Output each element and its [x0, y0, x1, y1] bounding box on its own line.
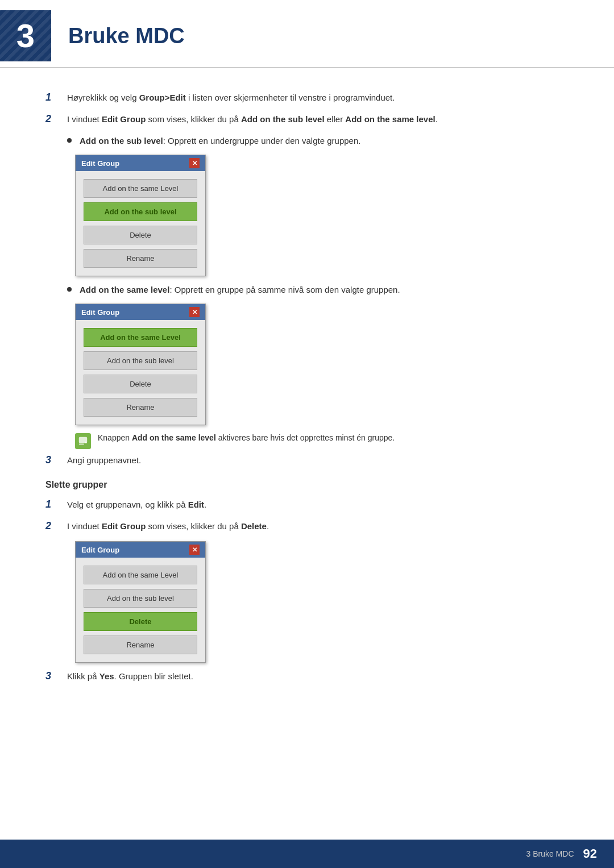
chapter-number-box: 3 [0, 10, 51, 61]
note-text-before: Knappen [98, 433, 132, 442]
edit-group-dialog-2: Edit Group ✕ Add on the same Level Add o… [75, 304, 206, 425]
dialog-1-btn-rename[interactable]: Rename [84, 249, 197, 268]
dialog-1-btn-sub-level[interactable]: Add on the sub level [84, 202, 197, 221]
dialog-3-title: Edit Group [81, 546, 119, 554]
bullet-same-content: Add on the same level: Opprett en gruppe… [80, 283, 569, 297]
step-3-number: 3 [45, 454, 67, 466]
step-4-1: 1 Velg et gruppenavn, og klikk på Edit. [45, 498, 569, 512]
bullet-sub-bold: Add on the sub level [80, 136, 163, 146]
dialog-3-close-button[interactable]: ✕ [189, 545, 200, 555]
step-4-1-number: 1 [45, 498, 67, 510]
step-4-2-number: 2 [45, 520, 67, 532]
dialog-3-btn-rename[interactable]: Rename [84, 636, 197, 654]
dialog-2-title: Edit Group [81, 308, 119, 317]
step-2-text-end: . [435, 114, 438, 124]
step-4-2-content: I vinduet Edit Group som vises, klikker … [67, 520, 569, 533]
dialog-3-btn-same-level[interactable]: Add on the same Level [84, 566, 197, 584]
dialog-3-btn-delete[interactable]: Delete [84, 612, 197, 631]
step-4-3-content: Klikk på Yes. Gruppen blir slettet. [67, 670, 569, 683]
step-3: 3 Angi gruppenavnet. [45, 454, 569, 467]
step-2-bold3: Add on the same level [345, 114, 435, 124]
step-4-1-content: Velg et gruppenavn, og klikk på Edit. [67, 498, 569, 512]
step-4-1-bold: Edit [188, 500, 204, 509]
step-4-3: 3 Klikk på Yes. Gruppen blir slettet. [45, 670, 569, 683]
step-1-number: 1 [45, 91, 67, 103]
step-4-3-number: 3 [45, 670, 67, 682]
step-4-2-bold2: Delete [241, 521, 267, 531]
dialog-2-btn-sub-level[interactable]: Add on the sub level [84, 351, 197, 370]
edit-group-dialog-1: Edit Group ✕ Add on the same Level Add o… [75, 155, 206, 276]
bullet-sub-text: : Opprett en undergruppe under den valgt… [163, 136, 361, 146]
note-bold: Add on the same level [132, 433, 216, 442]
dialog-3-btn-sub-level[interactable]: Add on the sub level [84, 589, 197, 608]
step-2-content: I vinduet Edit Group som vises, klikker … [67, 113, 569, 126]
step-2-text-before: I vinduet [67, 114, 102, 124]
step-2-bold1: Edit Group [102, 114, 146, 124]
note-icon [75, 433, 91, 449]
bullet-sub: Add on the sub level: Opprett en undergr… [67, 134, 569, 148]
svg-rect-1 [79, 444, 84, 445]
dialog-2-body: Add on the same Level Add on the sub lev… [76, 320, 205, 425]
note-row: Knappen Add on the same level aktiveres … [75, 432, 569, 449]
step-3-text: Angi gruppenavnet. [67, 455, 141, 465]
dialog-2-titlebar: Edit Group ✕ [76, 304, 205, 320]
section-heading-slette: Slette grupper [45, 480, 569, 490]
step-4-1-text-end: . [204, 500, 206, 509]
dialog-3-wrapper: Edit Group ✕ Add on the same Level Add o… [75, 541, 569, 663]
footer-page-number: 92 [583, 846, 597, 861]
footer-text: 3 Bruke MDC [526, 849, 574, 858]
dialog-3-body: Add on the same Level Add on the sub lev… [76, 558, 205, 662]
step-1-content: Høyreklikk og velg Group>Edit i listen o… [67, 91, 569, 105]
step-4-3-bold: Yes [99, 671, 114, 681]
step-1-bold1: Group>Edit [139, 93, 186, 102]
note-text-after: aktiveres bare hvis det opprettes minst … [216, 433, 395, 442]
main-content: 1 Høyreklikk og velg Group>Edit i listen… [0, 85, 614, 737]
step-2-text-mid: som vises, klikker du på [146, 114, 241, 124]
bullet-same-text: : Opprett en gruppe på samme nivå som de… [169, 285, 400, 294]
dialog-2-btn-delete[interactable]: Delete [84, 375, 197, 393]
dialog-1-wrapper: Edit Group ✕ Add on the same Level Add o… [75, 155, 569, 276]
step-4-2-text-mid: som vises, klikker du på [146, 521, 241, 531]
step-2-number: 2 [45, 113, 67, 125]
step-1-text-before: Høyreklikk og velg [67, 93, 139, 102]
dialog-1-body: Add on the same Level Add on the sub lev… [76, 171, 205, 276]
dialog-2-btn-same-level[interactable]: Add on the same Level [84, 328, 197, 347]
dialog-1-titlebar: Edit Group ✕ [76, 155, 205, 171]
step-4-2: 2 I vinduet Edit Group som vises, klikke… [45, 520, 569, 533]
dialog-1-close-button[interactable]: ✕ [189, 158, 200, 168]
step-4-3-text-before: Klikk på [67, 671, 99, 681]
step-1: 1 Høyreklikk og velg Group>Edit i listen… [45, 91, 569, 105]
dialog-3-titlebar: Edit Group ✕ [76, 542, 205, 558]
dialog-2-close-button[interactable]: ✕ [189, 307, 200, 317]
step-4-2-text-end: . [267, 521, 269, 531]
dialog-1-title: Edit Group [81, 159, 119, 168]
bullet-same: Add on the same level: Opprett en gruppe… [67, 283, 569, 297]
bullet-same-bold: Add on the same level [80, 285, 169, 294]
step-3-content: Angi gruppenavnet. [67, 454, 569, 467]
step-2-bold2: Add on the sub level [241, 114, 325, 124]
chapter-header: 3 Bruke MDC [0, 0, 614, 68]
step-2-text-or: eller [325, 114, 346, 124]
dialog-2-btn-rename[interactable]: Rename [84, 398, 197, 417]
note-svg-icon [78, 436, 88, 446]
page-footer: 3 Bruke MDC 92 [0, 840, 614, 868]
step-4-3-text-end: . Gruppen blir slettet. [114, 671, 193, 681]
bullet-dot-sub [67, 138, 72, 143]
dialog-2-wrapper: Edit Group ✕ Add on the same Level Add o… [75, 304, 569, 425]
chapter-title: Bruke MDC [68, 24, 185, 48]
step-1-text-after: i listen over skjermenheter til venstre … [186, 93, 395, 102]
dialog-1-btn-same-level[interactable]: Add on the same Level [84, 179, 197, 198]
bullet-dot-same [67, 287, 72, 292]
step-4-2-text-before: I vinduet [67, 521, 102, 531]
step-4-2-bold1: Edit Group [102, 521, 146, 531]
chapter-number: 3 [16, 19, 35, 52]
note-text: Knappen Add on the same level aktiveres … [98, 432, 569, 444]
edit-group-dialog-3: Edit Group ✕ Add on the same Level Add o… [75, 541, 206, 663]
step-4-1-text-before: Velg et gruppenavn, og klikk på [67, 500, 188, 509]
bullet-sub-content: Add on the sub level: Opprett en undergr… [80, 134, 569, 148]
step-2: 2 I vinduet Edit Group som vises, klikke… [45, 113, 569, 126]
dialog-1-btn-delete[interactable]: Delete [84, 226, 197, 244]
